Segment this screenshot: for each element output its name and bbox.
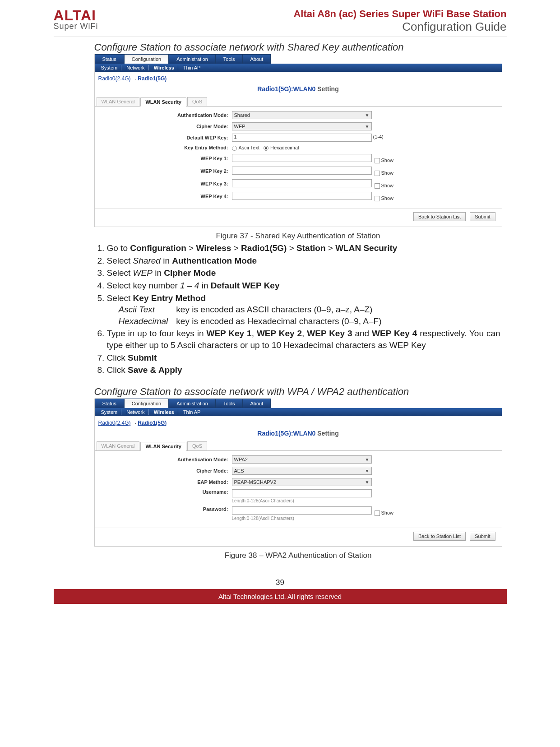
subnav-wireless[interactable]: Wireless xyxy=(150,409,178,415)
chevron-down-icon: ▼ xyxy=(365,124,370,129)
section2-title: Configure Station to associate network w… xyxy=(94,386,502,398)
tab-tools[interactable]: Tools xyxy=(216,399,243,408)
tab-status[interactable]: Status xyxy=(95,399,124,408)
footer: Altai Technologies Ltd. All rights reser… xyxy=(54,589,507,604)
step-5: Select Key Entry Method Ascii Textkey is… xyxy=(107,292,502,327)
tab-about[interactable]: About xyxy=(243,54,271,64)
password-label: Password: xyxy=(101,506,232,512)
step-2: Select Shared in Authentication Mode xyxy=(107,255,502,267)
password-show-checkbox[interactable] xyxy=(375,510,380,516)
sub-nav: System Network Wireless Thin AP xyxy=(95,64,502,72)
subnav-wireless[interactable]: Wireless xyxy=(150,65,178,70)
back-button[interactable]: Back to Station List xyxy=(413,212,466,221)
header-guide: Configuration Guide xyxy=(293,20,506,34)
username-hint: Length:0-128(Ascii Characters) xyxy=(232,498,372,503)
subtab-security[interactable]: WLAN Security xyxy=(140,442,186,451)
screenshot-1: Status Configuration Administration Tool… xyxy=(94,54,502,227)
chevron-down-icon: ▼ xyxy=(365,469,370,473)
key-method-label: Key Entry Method: xyxy=(101,145,232,150)
wep4-input[interactable] xyxy=(232,192,372,200)
cipher-mode-select[interactable]: WEP▼ xyxy=(232,122,372,130)
tab-configuration[interactable]: Configuration xyxy=(124,54,169,64)
wep1-label: WEP Key 1: xyxy=(101,156,232,161)
password-input[interactable] xyxy=(232,506,372,515)
subtab-general[interactable]: WLAN General xyxy=(97,97,140,106)
subnav-system[interactable]: System xyxy=(97,65,122,70)
radio-sep: - xyxy=(135,76,137,81)
auth-mode-label: Authentication Mode: xyxy=(101,457,232,462)
wep2-input[interactable] xyxy=(232,167,372,175)
chevron-down-icon: ▼ xyxy=(365,480,370,485)
step-3: Select WEP in Cipher Mode xyxy=(107,267,502,279)
wep3-label: WEP Key 3: xyxy=(101,181,232,186)
subtabs: WLAN General WLAN Security QoS xyxy=(95,97,502,107)
wep3-show-checkbox[interactable] xyxy=(375,183,380,189)
eap-method-select[interactable]: PEAP-MSCHAPV2▼ xyxy=(232,478,372,486)
hex-radio[interactable] xyxy=(264,146,268,151)
tab-administration[interactable]: Administration xyxy=(169,54,216,64)
subtab-general[interactable]: WLAN General xyxy=(97,441,140,450)
panel-title: Radio1(5G):WLAN0 Setting xyxy=(95,84,502,97)
figure38-caption: Figure 38 – WPA2 Authentication of Stati… xyxy=(94,551,502,560)
radio0-link[interactable]: Radio0(2.4G) xyxy=(98,75,131,82)
tab-about[interactable]: About xyxy=(243,399,271,408)
auth-mode-label: Authentication Mode: xyxy=(101,112,232,118)
wep1-show-checkbox[interactable] xyxy=(375,158,380,163)
chevron-down-icon: ▼ xyxy=(365,113,370,118)
radio1-link[interactable]: Radio1(5G) xyxy=(138,75,167,82)
cipher-mode-select[interactable]: AES▼ xyxy=(232,467,372,475)
logo-text: ALTAI xyxy=(54,8,98,23)
radio0-link[interactable]: Radio0(2.4G) xyxy=(98,420,131,426)
subtab-qos[interactable]: QoS xyxy=(187,97,207,106)
submit-button[interactable]: Submit xyxy=(470,212,495,221)
default-wep-label: Default WEP Key: xyxy=(101,135,232,140)
step-6: Type in up to four keys in WEP Key 1, WE… xyxy=(107,328,502,351)
figure37-caption: Figure 37 - Shared Key Authentication of… xyxy=(94,232,502,241)
auth-mode-select[interactable]: Shared▼ xyxy=(232,111,372,119)
subtab-security[interactable]: WLAN Security xyxy=(140,97,186,107)
subnav-network[interactable]: Network xyxy=(123,409,148,415)
tab-administration[interactable]: Administration xyxy=(169,399,216,408)
username-label: Username: xyxy=(101,489,232,495)
step-7: Click Submit xyxy=(107,352,502,364)
header-product: Altai A8n (ac) Series Super WiFi Base St… xyxy=(293,8,506,20)
screenshot-2: Status Configuration Administration Tool… xyxy=(94,399,502,547)
logo: ALTAI Super WiFi xyxy=(54,8,98,31)
main-tabs: Status Configuration Administration Tool… xyxy=(95,54,502,64)
default-wep-hint: (1-4) xyxy=(373,134,384,139)
steps-list-1: Go to Configuration > Wireless > Radio1(… xyxy=(94,242,502,376)
step-4: Select key number 1 – 4 in Default WEP K… xyxy=(107,280,502,292)
step-1: Go to Configuration > Wireless > Radio1(… xyxy=(107,242,502,254)
radio1-link[interactable]: Radio1(5G) xyxy=(138,420,167,426)
step-8: Click Save & Apply xyxy=(107,364,502,376)
wep4-show-checkbox[interactable] xyxy=(375,196,380,201)
back-button[interactable]: Back to Station List xyxy=(413,532,466,541)
subnav-network[interactable]: Network xyxy=(123,65,148,70)
cipher-mode-label: Cipher Mode: xyxy=(101,124,232,129)
logo-sub: Super WiFi xyxy=(54,22,98,31)
default-wep-input[interactable]: 1 xyxy=(232,134,372,142)
eap-method-label: EAP Method: xyxy=(101,479,232,485)
wep4-label: WEP Key 4: xyxy=(101,194,232,199)
wep3-input[interactable] xyxy=(232,179,372,187)
subnav-thinap[interactable]: Thin AP xyxy=(180,409,204,415)
subnav-thinap[interactable]: Thin AP xyxy=(180,65,204,70)
cipher-mode-label: Cipher Mode: xyxy=(101,468,232,473)
ascii-radio[interactable] xyxy=(232,146,237,151)
auth-mode-select[interactable]: WPA2▼ xyxy=(232,455,372,464)
subtab-qos[interactable]: QoS xyxy=(187,441,207,450)
chevron-down-icon: ▼ xyxy=(365,457,370,462)
submit-button[interactable]: Submit xyxy=(470,532,495,541)
radio-links: Radio0(2.4G) - Radio1(5G) xyxy=(95,72,502,84)
subnav-system[interactable]: System xyxy=(97,409,122,415)
wep2-show-checkbox[interactable] xyxy=(375,171,380,176)
wep2-label: WEP Key 2: xyxy=(101,168,232,174)
tab-configuration[interactable]: Configuration xyxy=(124,399,169,408)
wep1-input[interactable] xyxy=(232,154,372,162)
tab-status[interactable]: Status xyxy=(95,54,124,64)
password-hint: Length:0-128(Ascii Characters) xyxy=(232,516,394,521)
page-number: 39 xyxy=(54,578,507,587)
username-input[interactable] xyxy=(232,489,372,497)
section1-title: Configure Station to associate network w… xyxy=(94,42,502,53)
tab-tools[interactable]: Tools xyxy=(216,54,243,64)
